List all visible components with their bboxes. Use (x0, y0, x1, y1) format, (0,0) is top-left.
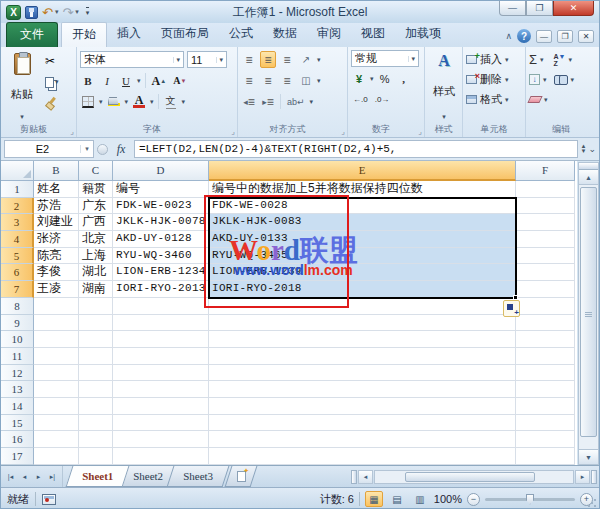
vertical-split-handle[interactable] (579, 163, 598, 170)
cell-D1[interactable]: 编号 (113, 181, 209, 198)
phonetic-dropdown-arrow[interactable]: ▾ (182, 99, 186, 105)
cell-D12[interactable] (113, 365, 209, 382)
italic-button[interactable]: I (99, 72, 115, 89)
align-left-button[interactable]: ≡ (241, 72, 257, 89)
cell-E15[interactable] (209, 415, 516, 432)
cell-C12[interactable] (79, 365, 113, 382)
cell-D11[interactable] (113, 348, 209, 365)
font-color-dropdown-arrow[interactable]: ▾ (150, 99, 154, 105)
insert-worksheet-tab[interactable] (225, 466, 258, 487)
cell-F15[interactable] (516, 415, 575, 432)
styles-button[interactable]: A 样式 ▾ (428, 50, 460, 123)
auto-fill-options-button[interactable] (503, 300, 520, 317)
file-tab[interactable]: 文件 (6, 22, 58, 47)
cell-F6[interactable] (516, 264, 575, 281)
cell-D3[interactable]: JKLK-HJK-0078 (113, 214, 209, 231)
find-select-button[interactable]: ▾ (554, 71, 575, 88)
cut-button[interactable]: ✂ (42, 52, 62, 70)
cell-C1[interactable]: 籍贯 (79, 181, 113, 198)
grow-font-button[interactable]: A▲ (150, 72, 169, 89)
prev-sheet-button[interactable]: ◂ (18, 470, 31, 484)
sheet-tab-sheet1[interactable]: Sheet1 (66, 466, 130, 487)
font-name-combobox[interactable]: 宋体▾ (80, 51, 184, 68)
cell-B17[interactable] (34, 448, 79, 465)
cell-B4[interactable]: 张济 (34, 231, 79, 248)
paste-dropdown-arrow[interactable]: ▾ (20, 114, 24, 120)
horizontal-scroll-thumb[interactable] (405, 472, 535, 482)
cell-C6[interactable]: 湖北 (79, 264, 113, 281)
cell-B7[interactable]: 王凌 (34, 281, 79, 298)
number-format-dropdown-arrow[interactable]: ▾ (408, 56, 415, 62)
ribbon-tab-7[interactable]: 视图 (351, 22, 395, 47)
cell-E11[interactable] (209, 348, 516, 365)
number-format-combobox[interactable]: 常规▾ (351, 50, 419, 67)
redo-dropdown-arrow[interactable]: ▾ (75, 8, 79, 16)
row-header-15[interactable]: 15 (1, 415, 34, 432)
cell-D13[interactable] (113, 381, 209, 398)
increase-indent-button[interactable]: ▸≡ (260, 93, 276, 110)
ribbon-tab-1[interactable]: 开始 (61, 22, 107, 47)
currency-button[interactable]: ¥ (351, 70, 367, 87)
cell-E8[interactable] (209, 298, 516, 315)
cell-C13[interactable] (79, 381, 113, 398)
row-header-3[interactable]: 3 (1, 214, 34, 231)
row-header-4[interactable]: 4 (1, 231, 34, 248)
cell-C3[interactable]: 广西 (79, 214, 113, 231)
cell-F8[interactable] (516, 298, 575, 315)
row-header-8[interactable]: 8 (1, 298, 34, 315)
cell-B5[interactable]: 陈亮 (34, 248, 79, 265)
column-header-B[interactable]: B (34, 161, 79, 181)
fill-button[interactable]: ↓▾ (529, 71, 548, 88)
scroll-left-button[interactable]: ◂ (358, 470, 373, 484)
cell-D9[interactable] (113, 315, 209, 332)
zoom-slider-track[interactable] (485, 498, 575, 501)
cell-F16[interactable] (516, 431, 575, 448)
increase-decimal-button[interactable]: ←.0 (351, 91, 370, 108)
sheet-tab-sheet3[interactable]: Sheet3 (167, 466, 230, 487)
decrease-indent-button[interactable]: ◂≡ (241, 93, 257, 110)
cell-C11[interactable] (79, 348, 113, 365)
cell-E16[interactable] (209, 431, 516, 448)
paste-button[interactable]: 粘贴 ▾ (4, 50, 40, 123)
normal-view-button[interactable]: ▦ (365, 491, 383, 507)
font-size-dropdown-arrow[interactable]: ▾ (216, 57, 223, 63)
workbook-close-button[interactable]: ✕ (578, 30, 594, 43)
qat-customize-icon[interactable]: ▾ (86, 7, 90, 17)
cell-D14[interactable] (113, 398, 209, 415)
cell-B14[interactable] (34, 398, 79, 415)
fill-color-button[interactable] (106, 93, 122, 110)
undo-icon[interactable]: ↶ (42, 6, 53, 19)
macro-record-icon[interactable] (42, 494, 56, 505)
cell-F2[interactable] (516, 198, 575, 215)
cell-F14[interactable] (516, 398, 575, 415)
cell-E10[interactable] (209, 331, 516, 348)
font-name-dropdown-arrow[interactable]: ▾ (173, 57, 180, 63)
cell-C8[interactable] (79, 298, 113, 315)
ribbon-tab-2[interactable]: 插入 (107, 22, 151, 47)
cell-B16[interactable] (34, 431, 79, 448)
ribbon-tab-4[interactable]: 公式 (219, 22, 263, 47)
font-size-combobox[interactable]: 11▾ (187, 51, 227, 68)
cell-F3[interactable] (516, 214, 575, 231)
row-header-13[interactable]: 13 (1, 381, 34, 398)
cell-D15[interactable] (113, 415, 209, 432)
cell-B9[interactable] (34, 315, 79, 332)
cell-C16[interactable] (79, 431, 113, 448)
row-header-14[interactable]: 14 (1, 398, 34, 415)
cell-D8[interactable] (113, 298, 209, 315)
vertical-scroll-track[interactable] (579, 185, 598, 449)
scroll-up-button[interactable]: ▲ (579, 170, 598, 185)
cell-C4[interactable]: 北京 (79, 231, 113, 248)
cell-C2[interactable]: 广东 (79, 198, 113, 215)
undo-dropdown-arrow[interactable]: ▾ (55, 8, 59, 16)
borders-dropdown-arrow[interactable]: ▾ (99, 99, 103, 105)
name-box-dropdown-arrow[interactable]: ▾ (80, 145, 93, 153)
row-header-17[interactable]: 17 (1, 448, 34, 465)
tab-split-handle[interactable] (351, 470, 357, 484)
page-break-view-button[interactable]: ▥ (411, 491, 429, 507)
row-header-1[interactable]: 1 (1, 181, 34, 198)
formula-input[interactable]: =LEFT(D2,LEN(D2)-4)&TEXT(RIGHT(D2,4)+5, (134, 140, 578, 158)
bold-button[interactable]: B (80, 72, 96, 89)
sort-filter-button[interactable]: A▼Z▾ (554, 51, 575, 68)
percent-button[interactable]: % (377, 70, 393, 87)
